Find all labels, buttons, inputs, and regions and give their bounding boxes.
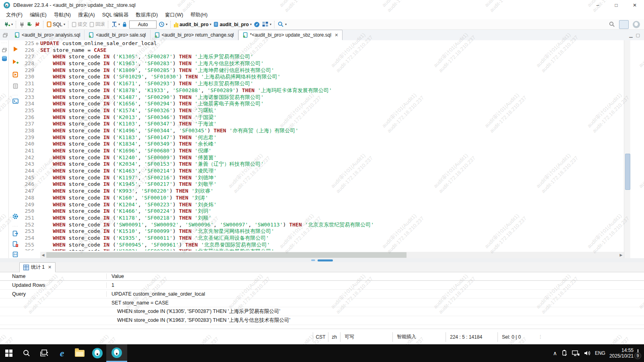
- network-icon[interactable]: [572, 350, 580, 356]
- internet-explorer-button[interactable]: e: [53, 344, 71, 362]
- taskbar-search-button[interactable]: [18, 344, 35, 362]
- menu-navigate[interactable]: 导航(N): [50, 10, 74, 19]
- new-connection-button[interactable]: ▾: [4, 21, 13, 27]
- minimize-button[interactable]: –: [588, 0, 607, 10]
- status-selection[interactable]: Sel: 0 | 0: [497, 332, 531, 342]
- editor-settings-button[interactable]: [12, 213, 19, 220]
- disconnect-button[interactable]: [35, 22, 40, 27]
- connect-button[interactable]: [19, 22, 25, 27]
- code-line: 228 WHEN store_code IN ('K1963', 'SF0028…: [21, 60, 624, 67]
- transaction-log-button[interactable]: ▾: [111, 21, 120, 27]
- panel-sash[interactable]: [0, 258, 644, 262]
- tab-close-icon[interactable]: ✕: [48, 265, 52, 270]
- database-selector[interactable]: audit_bi_pro ▾: [213, 21, 252, 27]
- file-template-button[interactable]: [12, 251, 19, 257]
- menu-search[interactable]: 搜索(A): [74, 10, 99, 19]
- menu-window[interactable]: 窗口(W): [161, 10, 187, 19]
- menu-file[interactable]: 文件(F): [2, 10, 26, 19]
- global-search-icon[interactable]: [609, 21, 615, 27]
- execute-script-button[interactable]: [12, 71, 19, 78]
- commit-mode-button[interactable]: ▾: [262, 21, 271, 27]
- restore-panes-icon[interactable]: [3, 33, 8, 37]
- sash-handle-icon[interactable]: [318, 259, 333, 261]
- dbeaver-perspective-icon[interactable]: [633, 21, 640, 28]
- table-row[interactable]: SET store_name = CASE: [0, 298, 644, 307]
- table-row[interactable]: Query UPDATE custom_online_sale_order_lo…: [0, 290, 644, 298]
- column-header-value[interactable]: Value: [107, 274, 644, 279]
- vertical-scrollbar[interactable]: [624, 40, 630, 258]
- file-error-icon: [12, 241, 18, 247]
- menu-sql-editor[interactable]: SQL 编辑器: [99, 10, 132, 19]
- column-header-name[interactable]: Name: [0, 274, 107, 279]
- sql-search-button[interactable]: ▾: [278, 21, 287, 27]
- speaker-icon[interactable]: [584, 350, 591, 356]
- code-line: 232 WHEN store_code IN ('K1878', 'K1933'…: [21, 87, 624, 94]
- tab-update-sbz-store-sql[interactable]: *<audit_bi_pro> update_sbz_store.sql ✕: [238, 30, 343, 40]
- tab-close-icon[interactable]: ✕: [334, 33, 338, 38]
- tray-expand-chevron[interactable]: ∧: [553, 350, 557, 356]
- table-row[interactable]: WHEN store_code IN ('K1305', 'SF00287') …: [0, 307, 644, 316]
- sash-handle-icon[interactable]: [311, 259, 315, 261]
- tab-statistics[interactable]: 统计 1 ✕: [19, 262, 56, 272]
- export-result-button[interactable]: [12, 230, 19, 237]
- commit-button[interactable]: 提交: [72, 21, 87, 28]
- menu-edit[interactable]: 编辑(E): [26, 10, 50, 19]
- vertical-scrollbar-thumb[interactable]: [625, 154, 630, 190]
- query-history-button[interactable]: ▾: [159, 21, 167, 27]
- autocommit-lock-button[interactable]: [122, 21, 127, 27]
- horizontal-scrollbar-thumb[interactable]: [46, 252, 407, 258]
- isolation-combo[interactable]: Auto: [129, 21, 157, 29]
- line-number: 248: [21, 195, 34, 202]
- maximize-button[interactable]: □: [607, 0, 625, 10]
- horizontal-scrollbar[interactable]: ◀ ▶: [40, 252, 624, 258]
- input-language-indicator[interactable]: ENG: [595, 350, 605, 356]
- dbeaver-taskbar-button-active[interactable]: [106, 344, 127, 362]
- navigator-sync-button[interactable]: [254, 21, 260, 28]
- database-navigator-icon[interactable]: [1, 56, 8, 62]
- menu-help[interactable]: 帮助(H): [187, 10, 211, 19]
- table-row[interactable]: Updated Rows 1: [0, 281, 644, 290]
- execute-new-tab-button[interactable]: [12, 59, 19, 65]
- explain-plan-button[interactable]: [12, 83, 19, 89]
- rail-separator: ····: [12, 92, 19, 98]
- file-explorer-button[interactable]: [71, 344, 89, 362]
- minimize-editor-button[interactable]: ▁: [629, 33, 632, 38]
- status-cursor-position[interactable]: 224 : 5 : 14184: [446, 332, 497, 342]
- drag-handle[interactable]: ····: [1, 41, 7, 45]
- dbeaver-taskbar-button[interactable]: [89, 344, 106, 362]
- validate-file-button[interactable]: [12, 241, 19, 247]
- scroll-left-arrow[interactable]: ◀: [40, 252, 46, 258]
- open-perspective-button[interactable]: [619, 20, 629, 29]
- editor-action-rail: ···· ····: [9, 40, 21, 258]
- status-insert-mode[interactable]: 智能插入: [392, 332, 446, 342]
- tab-label: *<audit_bi_pro> update_sbz_store.sql: [250, 32, 331, 38]
- reconnect-button[interactable]: [27, 22, 33, 27]
- maximize-editor-button[interactable]: ▢: [636, 33, 640, 38]
- new-sql-editor-button[interactable]: SQL ▾: [47, 21, 65, 27]
- fold-gutter: [34, 81, 40, 88]
- task-view-button[interactable]: [35, 344, 53, 362]
- tab-analysis-sql[interactable]: <audit_bi_pro> analysis.sql: [10, 30, 85, 40]
- tab-return-change-sql[interactable]: <audit_bi_pro> return_change.sql: [151, 30, 238, 40]
- tab-sale-sql[interactable]: <audit_bi_pro> sale.sql: [85, 30, 150, 40]
- execute-statement-button[interactable]: [12, 46, 19, 52]
- chevron-down-icon: ▾: [250, 23, 252, 26]
- restore-view-icon[interactable]: [2, 48, 7, 52]
- connection-selector[interactable]: audit_bi_pro ▾: [174, 22, 211, 27]
- rollback-button[interactable]: 回滚: [89, 21, 105, 28]
- usb-device-icon[interactable]: [561, 350, 568, 357]
- status-writable[interactable]: 可写: [340, 332, 392, 342]
- transaction-icon: [111, 21, 117, 27]
- code-area[interactable]: 225⊖UPDATE custom_online_sale_order_loca…: [21, 40, 624, 252]
- taskbar-clock[interactable]: 14:55 2025/10/21: [609, 348, 634, 359]
- table-row[interactable]: WHEN store_code IN ('K1963', 'SF00283') …: [0, 316, 644, 325]
- status-language[interactable]: zh: [328, 332, 340, 342]
- open-console-button[interactable]: [12, 98, 19, 104]
- menu-database[interactable]: 数据库(D): [132, 10, 161, 19]
- plug-icon: [19, 22, 25, 27]
- line-number: 239: [21, 134, 34, 141]
- status-timezone[interactable]: CST: [313, 332, 328, 342]
- scroll-right-arrow[interactable]: ▶: [618, 252, 624, 258]
- close-button[interactable]: ✕: [625, 0, 644, 10]
- start-button[interactable]: [0, 344, 18, 362]
